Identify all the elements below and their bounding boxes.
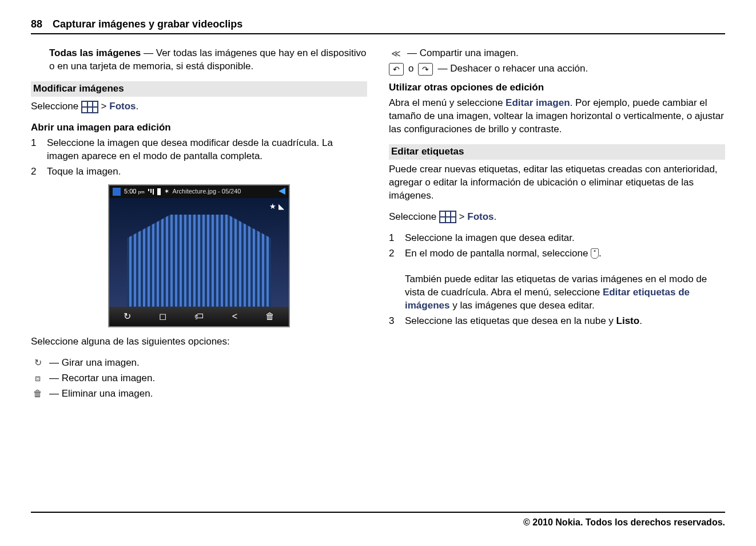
share-icon: ≪ <box>391 48 401 60</box>
tags-intro: Puede crear nuevas etiquetas, editar las… <box>389 163 725 203</box>
back-arrow-icon <box>278 188 285 195</box>
crop-icon: ⧈ <box>35 372 41 385</box>
trash-icon: 🗑 <box>265 310 274 323</box>
menu-edit-image: Editar imagen <box>506 97 570 108</box>
select-photos-line-2: Seleccione > Fotos. <box>389 211 725 224</box>
step-number: 2 <box>389 247 405 313</box>
other-options-text: Abra el menú y seleccione Editar imagen.… <box>389 97 725 136</box>
page-header: 88 Capturar imágenes y grabar videoclips <box>31 17 725 34</box>
menu-photos: Fotos <box>467 211 494 222</box>
header-title: Capturar imágenes y grabar videoclips <box>53 17 242 31</box>
tag-icon: 🏷 <box>194 310 204 323</box>
phone-image-area: ★ ◣ <box>109 198 289 307</box>
step-text: Seleccione las etiquetas que desea en la… <box>405 315 725 328</box>
crop-icon: ◻ <box>159 310 166 323</box>
option-crop: ⧈ — Recortar una imagen. <box>31 372 367 385</box>
phone-status-bar: 5:00 pm ✶ Architecture.jpg - 05/240 <box>109 185 289 198</box>
open-edit-heading: Abrir una imagen para edición <box>31 121 367 134</box>
app-icon <box>113 188 121 196</box>
step-2: 2 Toque la imagen. <box>31 165 367 179</box>
clock-time: 5:00 pm <box>124 187 145 196</box>
redo-icon: ↷ <box>418 63 433 76</box>
favorite-star-icon: ★ ◣ <box>269 201 284 212</box>
tag-icon <box>591 248 599 259</box>
all-images-term: Todas las imágenes <box>49 48 141 58</box>
building-photo <box>127 209 270 307</box>
text: o <box>408 62 413 76</box>
option-delete: 🗑 — Eliminar una imagen. <box>31 387 367 401</box>
other-options-heading: Utilizar otras opciones de edición <box>389 81 725 94</box>
text: Seleccione <box>389 211 439 222</box>
filename-label: Architecture.jpg - 05/240 <box>173 187 241 196</box>
wifi-icon: ✶ <box>164 187 169 196</box>
section-edit-tags: Editar etiquetas <box>389 144 725 160</box>
menu-photos: Fotos <box>109 101 136 112</box>
text: > <box>98 101 109 112</box>
option-text: — Eliminar una imagen. <box>49 387 153 401</box>
option-text: — Compartir una imagen. <box>407 47 519 60</box>
step-text: Seleccione la imagen que desea editar. <box>405 232 725 245</box>
battery-icon <box>157 188 161 195</box>
tag-step-1: 1 Seleccione la imagen que desea editar. <box>389 232 725 245</box>
step-1: 1 Seleccione la imagen que desea modific… <box>31 137 367 163</box>
option-text: — Girar una imagen. <box>49 357 140 370</box>
text: Abra el menú y seleccione <box>389 97 506 108</box>
options-intro: Seleccione alguna de las siguientes opci… <box>31 335 367 349</box>
text: Seleccione <box>31 101 81 112</box>
signal-bars-icon <box>148 189 154 195</box>
rotate-icon: ↻ <box>124 310 131 323</box>
text: . <box>136 101 139 112</box>
tag-step-2: 2 En el modo de pantalla normal, selecci… <box>389 247 725 313</box>
done-label: Listo <box>616 315 640 326</box>
section-modify-images: Modificar imágenes <box>31 81 367 97</box>
all-images-block: Todas las imágenes — Ver todas las imáge… <box>31 47 367 73</box>
option-rotate: ↻ — Girar una imagen. <box>31 357 367 370</box>
sep: — <box>141 48 156 58</box>
step-text: En el modo de pantalla normal, seleccion… <box>405 247 725 313</box>
menu-grid-icon <box>439 211 456 223</box>
step-number: 1 <box>31 137 47 163</box>
step-number: 1 <box>389 232 405 245</box>
text: . <box>494 211 497 222</box>
phone-screenshot: 5:00 pm ✶ Architecture.jpg - 05/240 ★ ◣ … <box>108 184 290 327</box>
option-text: — Recortar una imagen. <box>49 372 155 385</box>
select-photos-line: Seleccione > Fotos. <box>31 100 367 113</box>
undo-icon: ↶ <box>389 63 404 76</box>
rotate-icon: ↻ <box>34 357 42 369</box>
step-text: Toque la imagen. <box>47 165 367 179</box>
tag-step-3: 3 Seleccione las etiquetas que desea en … <box>389 315 725 328</box>
footer-copyright: © 2010 Nokia. Todos los derechos reserva… <box>31 512 725 529</box>
option-share: ≪ — Compartir una imagen. <box>389 47 725 60</box>
step-text: Seleccione la imagen que desea modificar… <box>47 137 367 163</box>
text: > <box>456 211 467 222</box>
phone-toolbar: ↻ ◻ 🏷 < 🗑 <box>109 307 289 326</box>
page-number: 88 <box>31 17 42 31</box>
option-text: — Deshacer o rehacer una acción. <box>437 62 588 76</box>
step-number: 2 <box>31 165 47 179</box>
option-undo-redo: ↶ o ↷ — Deshacer o rehacer una acción. <box>389 62 725 76</box>
share-icon: < <box>232 310 237 323</box>
menu-grid-icon <box>81 101 98 113</box>
trash-icon: 🗑 <box>33 387 42 400</box>
step-number: 3 <box>389 315 405 328</box>
